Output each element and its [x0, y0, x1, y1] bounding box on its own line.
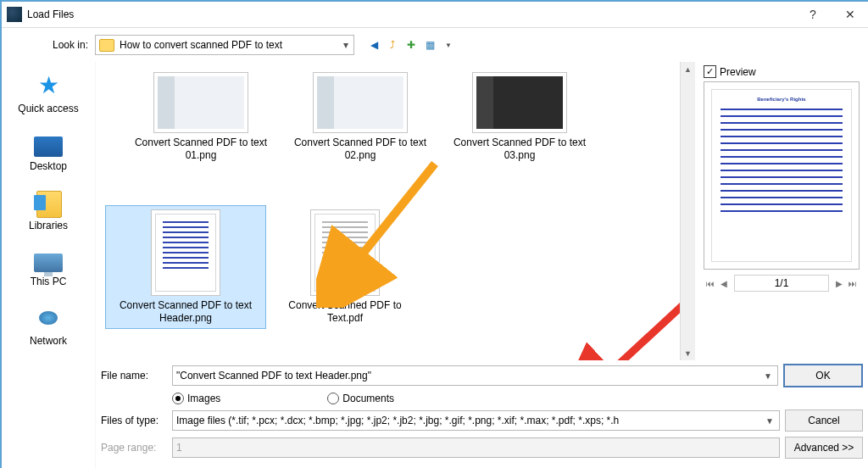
help-button[interactable]: ?	[800, 4, 826, 25]
network-icon	[34, 306, 63, 332]
back-icon[interactable]: ◀	[366, 37, 381, 53]
sidebar-desktop[interactable]: Desktop	[7, 130, 90, 176]
file-thumbnail	[153, 72, 248, 133]
scroll-track[interactable]	[681, 76, 695, 346]
desktop-icon	[34, 136, 63, 157]
sidebar-libraries[interactable]: Libraries	[7, 187, 90, 235]
views-icon[interactable]: ▦	[422, 37, 437, 53]
file-thumbnail	[151, 209, 220, 296]
chevron-down-icon[interactable]: ▼	[764, 416, 776, 426]
sidebar-item-label: Quick access	[18, 103, 78, 114]
sidebar-item-label: This PC	[31, 276, 67, 287]
libraries-icon	[34, 191, 63, 216]
file-item-selected[interactable]: Convert Scanned PDF to text Header.png	[106, 206, 265, 328]
documents-radio[interactable]: Documents	[327, 393, 394, 404]
file-list-pane[interactable]: Convert Scanned PDF to text 01.png Conve…	[96, 62, 680, 360]
file-item[interactable]: Convert Scanned PDF to Text.pdf	[265, 206, 425, 328]
file-label: Convert Scanned PDF to text 01.png	[129, 136, 273, 162]
preview-checkbox[interactable]: ✓ Preview	[704, 65, 860, 78]
chevron-down-icon[interactable]: ▾	[338, 36, 353, 54]
new-folder-icon[interactable]: ✚	[403, 37, 419, 53]
chevron-down-icon[interactable]: ▼	[762, 371, 774, 381]
app-icon	[7, 7, 22, 22]
file-label: Convert Scanned PDF to text 02.png	[288, 136, 432, 162]
file-thumbnail	[310, 209, 380, 296]
file-thumbnail	[313, 72, 408, 133]
cancel-button[interactable]: Cancel	[785, 410, 863, 432]
pdf-badge-icon	[355, 273, 374, 292]
sidebar-item-label: Network	[30, 335, 67, 347]
titlebar: Load Files ? ✕	[2, 2, 868, 28]
advanced-button[interactable]: Advanced >>	[785, 437, 863, 459]
sidebar-network[interactable]: Network	[7, 303, 90, 350]
scroll-up-icon[interactable]: ▲	[681, 62, 695, 76]
files-of-type-combo[interactable]: Image files (*.tif; *.pcx; *.dcx; *.bmp;…	[172, 410, 780, 431]
close-button[interactable]: ✕	[837, 4, 863, 25]
file-item[interactable]: Convert Scanned PDF to text 01.png	[121, 69, 281, 165]
lookin-value: How to convert scanned PDF to text	[120, 39, 338, 51]
file-item[interactable]: Convert Scanned PDF to text 03.png	[440, 69, 599, 165]
window-title: Load Files	[27, 8, 800, 20]
radio-off-icon	[327, 393, 339, 404]
sidebar-item-label: Desktop	[30, 160, 67, 172]
toolbar-icons: ◀ ⤴ ✚ ▦ ▼	[366, 37, 456, 53]
file-label: Convert Scanned PDF to text 03.png	[448, 136, 592, 162]
file-item[interactable]: Convert Scanned PDF to text 02.png	[281, 69, 440, 165]
file-label: Convert Scanned PDF to Text.pdf	[273, 299, 417, 325]
scroll-down-icon[interactable]: ▼	[681, 346, 695, 360]
preview-image: Beneficiary's Rights	[704, 81, 860, 270]
places-sidebar: Quick access Desktop Libraries This PC N…	[2, 62, 96, 468]
last-page-icon[interactable]: ⏭	[846, 276, 860, 290]
preview-label: Preview	[720, 66, 756, 78]
lookin-label: Look in:	[53, 39, 88, 51]
files-of-type-label: Files of type:	[101, 415, 167, 426]
documents-radio-label: Documents	[342, 393, 394, 404]
page-indicator: 1/1	[734, 275, 829, 292]
folder-icon	[99, 39, 114, 52]
quick-access-icon	[34, 74, 63, 99]
ok-button[interactable]: OK	[783, 364, 863, 387]
content-area: Quick access Desktop Libraries This PC N…	[2, 62, 868, 468]
images-radio-label: Images	[187, 393, 220, 404]
views-dropdown-icon[interactable]: ▼	[441, 37, 456, 53]
page-range-label: Page range:	[101, 442, 167, 454]
window-controls: ? ✕	[800, 4, 863, 25]
up-folder-icon[interactable]: ⤴	[385, 37, 400, 53]
vertical-scrollbar[interactable]: ▲ ▼	[680, 62, 695, 360]
checkbox-icon: ✓	[704, 65, 716, 78]
file-thumbnail	[472, 72, 567, 133]
sidebar-this-pc[interactable]: This PC	[7, 247, 90, 291]
lookin-combo[interactable]: How to convert scanned PDF to text ▾	[95, 35, 354, 55]
page-range-value: 1	[176, 442, 776, 454]
prev-page-icon[interactable]: ◀	[717, 276, 731, 290]
main-panel: Convert Scanned PDF to text 01.png Conve…	[96, 62, 868, 468]
radio-on-icon	[172, 393, 184, 404]
sidebar-quick-access[interactable]: Quick access	[7, 70, 90, 118]
preview-page-nav: ⏮ ◀ 1/1 ▶ ⏭	[704, 275, 860, 292]
file-label: Convert Scanned PDF to text Header.png	[114, 299, 258, 325]
sidebar-item-label: Libraries	[29, 220, 68, 231]
file-name-field[interactable]: "Convert Scanned PDF to text Header.png"…	[172, 365, 778, 386]
images-radio[interactable]: Images	[172, 393, 220, 404]
bottom-form: File name: "Convert Scanned PDF to text …	[96, 360, 868, 468]
file-type-radios: Images Documents	[172, 393, 863, 404]
next-page-icon[interactable]: ▶	[832, 276, 846, 290]
file-name-label: File name:	[101, 370, 167, 382]
page-range-field: 1	[172, 437, 780, 458]
preview-pane: ✓ Preview Beneficiary's Rights	[695, 62, 868, 360]
lookin-toolbar: Look in: How to convert scanned PDF to t…	[2, 28, 868, 62]
files-of-type-value: Image files (*.tif; *.pcx; *.dcx; *.bmp;…	[176, 415, 764, 426]
this-pc-icon	[34, 254, 63, 272]
file-name-value: "Convert Scanned PDF to text Header.png"	[176, 370, 762, 382]
first-page-icon[interactable]: ⏮	[704, 276, 717, 290]
